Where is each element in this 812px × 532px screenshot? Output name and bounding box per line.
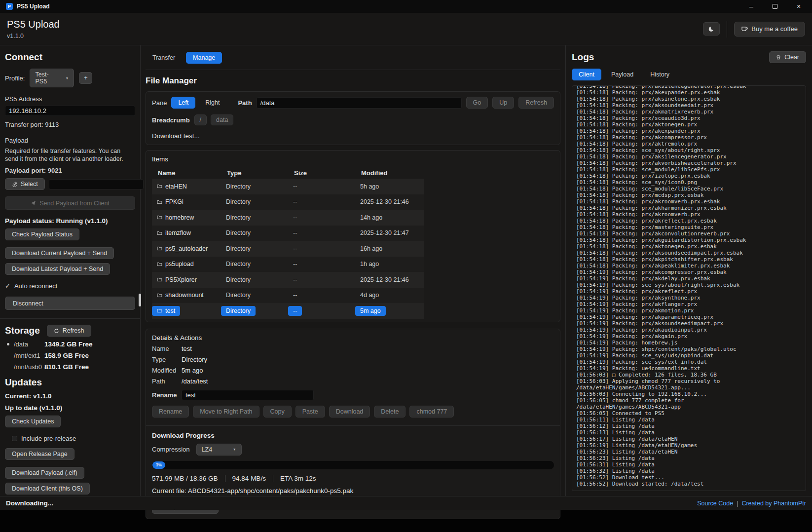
folder-icon xyxy=(157,262,162,267)
table-row[interactable]: FPKGi Directory -- 2025-12-30 21:46 xyxy=(152,194,424,210)
compression-select[interactable]: LZ4 ▼ xyxy=(196,444,242,456)
item-type: Directory xyxy=(221,306,256,316)
table-row[interactable]: ps5_autoloader Directory -- 16h ago xyxy=(152,241,424,257)
log-line: [01:56:17] Listing /data/etaHEN xyxy=(576,436,802,442)
maximize-button[interactable] xyxy=(771,2,779,11)
details-field: Modified 5m ago xyxy=(152,367,554,374)
table-row[interactable]: homebrew Directory -- 14h ago xyxy=(152,210,424,226)
profile-select[interactable]: Test-PS5 ▼ xyxy=(30,69,74,87)
status-bar: Downloading... Source Code | Created by … xyxy=(0,496,812,510)
table-row[interactable]: shadowmount Directory -- 4d ago xyxy=(152,288,424,304)
breadcrumb-segment[interactable]: / xyxy=(194,114,207,125)
table-row[interactable]: itemzflow Directory -- 2025-12-30 21:47 xyxy=(152,226,424,241)
refresh-button[interactable]: Refresh xyxy=(518,97,554,109)
buy-coffee-button[interactable]: Buy me a coffee xyxy=(734,22,805,37)
auto-reconnect-checkbox[interactable]: ✓ Auto reconnect xyxy=(5,282,135,290)
page-title: PS5 Upload xyxy=(7,19,60,30)
theme-toggle-button[interactable] xyxy=(703,22,720,36)
logs-tab[interactable]: History xyxy=(643,69,676,80)
file-action-button[interactable]: Paste xyxy=(295,406,325,418)
rename-input[interactable] xyxy=(182,390,314,400)
select-payload-button[interactable]: Select xyxy=(5,178,45,190)
open-release-page-button[interactable]: Open Release Page xyxy=(5,448,74,460)
close-button[interactable]: × xyxy=(794,2,803,11)
minimize-button[interactable]: – xyxy=(747,2,756,11)
logs-tab[interactable]: Payload xyxy=(604,69,640,80)
table-row[interactable]: test Directory -- 5m ago xyxy=(152,303,424,319)
send-payload-button[interactable]: Send Payload from Client xyxy=(5,196,135,210)
clear-logs-button[interactable]: Clear xyxy=(769,51,806,63)
log-line: [01:54:18] Packing: prx/aksoundseedimpac… xyxy=(576,250,802,256)
check-payload-status-button[interactable]: Check Payload Status xyxy=(5,228,79,240)
select-payload-label: Select xyxy=(21,181,38,188)
log-line: [01:54:19] Packing: prx/akmotion.prx xyxy=(576,307,802,314)
go-button[interactable]: Go xyxy=(466,97,488,109)
file-action-button[interactable]: Copy xyxy=(263,406,292,418)
table-row[interactable]: etaHEN Directory -- 5h ago xyxy=(152,179,424,194)
field-value: Directory xyxy=(182,356,207,363)
file-action-button[interactable]: Move to Right Path xyxy=(193,406,259,418)
storage-drive[interactable]: /mnt/usb0 810.1 GB Free xyxy=(5,363,135,371)
log-line: [01:54:18] Packing: prx/aktonegen.prx xyxy=(576,121,802,128)
scrollbar-thumb[interactable] xyxy=(139,294,141,306)
item-name: homebrew xyxy=(165,214,194,221)
table-row[interactable]: PS5Xplorer Directory -- 2025-12-30 21:46 xyxy=(152,272,424,288)
up-button[interactable]: Up xyxy=(492,97,514,109)
file-action-button[interactable]: Download xyxy=(329,406,370,418)
log-output[interactable]: [01:54:18] Packing: prx/aksilencegenerat… xyxy=(572,85,806,491)
download-latest-payload-button[interactable]: Download Latest Payload + Send xyxy=(5,263,110,275)
field-value: 5m ago xyxy=(182,367,203,374)
items-panel: Items NameTypeSizeModified etaHEN Direct… xyxy=(146,150,560,322)
compression-value: LZ4 xyxy=(202,446,213,453)
updates-current-version: Current: v1.1.0 xyxy=(5,392,135,400)
field-label: Path xyxy=(152,378,182,385)
chevron-down-icon: ▼ xyxy=(66,76,69,80)
disconnect-button[interactable]: Disconnect xyxy=(5,297,135,310)
download-client-button[interactable]: Download Client (this OS) xyxy=(5,483,90,494)
table-row[interactable]: ps5upload Directory -- 1h ago xyxy=(152,257,424,272)
source-code-link[interactable]: Source Code xyxy=(697,500,733,507)
logs-tab[interactable]: Client xyxy=(572,69,601,80)
pane-label: Pane xyxy=(152,99,167,107)
storage-refresh-button[interactable]: Refresh xyxy=(47,325,91,337)
storage-drive[interactable]: /mnt/ext1 158.9 GB Free xyxy=(5,352,135,359)
pane-button[interactable]: Right xyxy=(198,97,226,109)
file-action-button[interactable]: Rename xyxy=(152,406,189,418)
storage-drive[interactable]: /data 1349.2 GB Free xyxy=(5,341,135,348)
main-tab[interactable]: Manage xyxy=(186,52,222,64)
field-value: /data/test xyxy=(182,378,208,385)
column-header: Name xyxy=(152,169,221,177)
file-action-button[interactable]: chmod 777 xyxy=(409,406,454,418)
file-action-button[interactable]: Delete xyxy=(374,406,406,418)
log-line: [01:54:19] Packing: prx/aksynthone.prx xyxy=(576,295,802,301)
prerelease-checkbox[interactable]: Include pre-release xyxy=(12,435,135,442)
download-current-payload-button[interactable]: Download Current Payload + Send xyxy=(5,247,114,259)
transfer-status-text: Download test... xyxy=(152,132,554,140)
items-table: etaHEN Directory -- 5h ago FPKGi Directo… xyxy=(152,179,554,319)
log-line: [01:54:18] Packing: prx/aksilencegenerat… xyxy=(576,85,802,89)
field-label: Type xyxy=(152,356,182,363)
items-header-row: NameTypeSizeModified xyxy=(152,167,424,179)
item-size: -- xyxy=(288,182,302,191)
payload-file-input[interactable] xyxy=(49,179,144,190)
download-payload-elf-button[interactable]: Download Payload (.elf) xyxy=(5,467,84,479)
file-manager-toolbar: Pane LeftRight Path Go Up Refresh Breadc… xyxy=(146,91,560,145)
items-heading: Items xyxy=(152,155,554,163)
log-line: [01:56:19] Listing /data/etaHEN/games xyxy=(576,442,802,449)
ps5-address-input[interactable] xyxy=(5,106,135,116)
check-updates-button[interactable]: Check Updates xyxy=(5,416,61,427)
item-type: Directory xyxy=(221,182,256,191)
main-tab[interactable]: Transfer xyxy=(146,52,182,64)
log-line: [01:54:18] Packing: prx/aksilencegenerat… xyxy=(576,153,802,160)
item-modified: 2025-12-30 21:47 xyxy=(355,228,414,238)
breadcrumb-segment[interactable]: data xyxy=(211,114,233,125)
pane-button[interactable]: Left xyxy=(171,97,195,109)
add-profile-button[interactable]: + xyxy=(79,72,92,84)
path-input[interactable] xyxy=(257,97,462,109)
item-type: Directory xyxy=(221,275,256,285)
credit-link[interactable]: Created by PhantomPtr xyxy=(741,500,806,507)
progress-percent-badge: 3% xyxy=(152,461,165,469)
log-line: [01:54:19] Packing: prx/aksoundseedimpac… xyxy=(576,320,802,327)
field-label: Modified xyxy=(152,367,182,374)
item-name: test xyxy=(165,307,175,314)
